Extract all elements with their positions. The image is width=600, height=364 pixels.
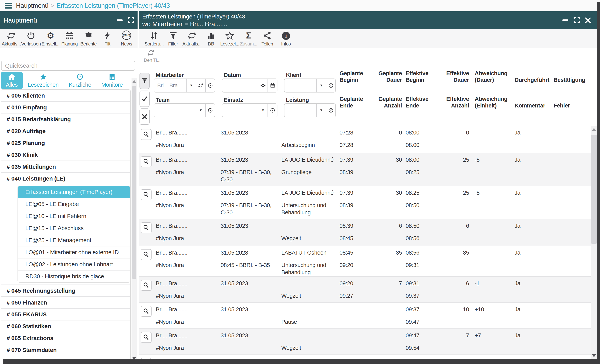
menu-item[interactable]: # 020 Aufträge: [1, 125, 130, 137]
scrollbar-thumb[interactable]: [591, 135, 597, 244]
minimize-icon[interactable]: [562, 17, 569, 24]
toolbar-button-sort[interactable]: Sortieru...: [145, 31, 164, 47]
dropdown-icon[interactable]: ▼: [258, 104, 268, 117]
menu-item[interactable]: # 040 Leistungen (LE): [1, 172, 130, 184]
scroll-up-icon[interactable]: [132, 80, 136, 83]
toolbar-button-reports[interactable]: Berichte: [79, 31, 98, 47]
filter-value-einsatz[interactable]: [222, 104, 258, 117]
toolbar-button-settings[interactable]: ⚙Einstell...: [41, 31, 60, 47]
toolbar-button-tilt[interactable]: Tilt: [98, 31, 117, 47]
submenu-item[interactable]: LO@01 - Mitarbeiter ohne externe ID: [18, 246, 130, 258]
filter-value-mitarbeiter[interactable]: Bri... Bra.......: [154, 79, 186, 92]
table-row[interactable]: Bri... Bra.......31.05.2023LABATUT Oshee…: [139, 246, 591, 277]
row-detail-button[interactable]: [141, 332, 151, 343]
table-row[interactable]: Bri... Bra.......31.05.202309:477+7Ja#Ny…: [139, 329, 591, 355]
row-detail-button[interactable]: [141, 129, 151, 140]
column-header-top-3[interactable]: Effektive Beginn: [406, 68, 445, 83]
dropdown-icon[interactable]: ▼: [196, 104, 205, 117]
target-icon[interactable]: [258, 79, 268, 92]
search-input[interactable]: [1, 61, 135, 71]
row-detail-button[interactable]: [141, 249, 151, 260]
toolbar-button-share[interactable]: Teilen: [258, 31, 277, 47]
tab-monitore[interactable]: Monitore: [96, 72, 128, 89]
calendarsm-icon[interactable]: [268, 79, 277, 92]
refresh-grid-row[interactable]: Den Ti...: [139, 49, 591, 65]
filter-button-filter-toggle[interactable]: [140, 73, 150, 89]
clear-icon[interactable]: [326, 79, 335, 92]
clear-icon[interactable]: [326, 104, 335, 117]
close-icon[interactable]: [584, 17, 591, 24]
column-header-top-6[interactable]: Durchgeführt: [515, 68, 553, 83]
filter-field-datum[interactable]: [222, 79, 277, 92]
menu-item[interactable]: # 070 Stammdaten: [1, 344, 130, 356]
clear-icon[interactable]: [205, 79, 215, 92]
toolbar-button-filter[interactable]: Filter: [164, 31, 182, 47]
table-row[interactable]: Bri... Bra.......31.05.202308:39608:506J…: [139, 219, 591, 246]
column-header-top-5[interactable]: Abweichung (Dauer): [475, 68, 513, 83]
table-row[interactable]: Bri... Bra.......31.05.2023LA JUGIE Dieu…: [139, 186, 591, 219]
menu-item[interactable]: # 015 Bedarfsabklärung: [1, 113, 130, 125]
toolbar-button-bookmark[interactable]: Lesezei...: [220, 31, 239, 47]
row-detail-button[interactable]: [141, 280, 151, 291]
filter-field-leistung[interactable]: ▼: [284, 103, 336, 117]
column-header-bottom-4[interactable]: Effektive Anzahl: [443, 94, 469, 109]
row-detail-button[interactable]: [141, 189, 151, 200]
filter-value-datum[interactable]: [222, 79, 258, 92]
toolbar-button-db[interactable]: DB: [202, 31, 220, 47]
submenu-item[interactable]: RD30 - Historique bris de glace: [18, 270, 130, 282]
submenu-item-selected[interactable]: Erfassten Leistungen (TimePlayer): [18, 186, 130, 198]
submenu-item[interactable]: LE@05 - LE Eingabe: [18, 198, 130, 210]
toolbar-button-refresh[interactable]: Aktualis...: [2, 31, 21, 47]
breadcrumb-root[interactable]: Hauptmenü: [16, 2, 48, 9]
table-row[interactable]: Bri... Bra.......31.05.202309:20709:316-…: [139, 277, 591, 303]
toolbar-button-news[interactable]: (MLS)News: [117, 31, 136, 47]
toolbar-button-logout[interactable]: Verlassen: [21, 31, 41, 47]
clear-icon[interactable]: [268, 104, 277, 117]
menu-item[interactable]: # 050 Finanzen: [1, 296, 130, 308]
tab-kuerzliche[interactable]: Kürzliche: [64, 72, 96, 89]
minimize-icon[interactable]: [116, 17, 123, 24]
table-scrollbar[interactable]: [591, 126, 597, 359]
toolbar-button-infos[interactable]: iInfos: [277, 31, 295, 47]
column-header-bottom-3[interactable]: Effektive Ende: [406, 94, 445, 109]
row-detail-button[interactable]: [141, 156, 151, 167]
maximize-icon[interactable]: [127, 17, 134, 24]
column-header-top-4[interactable]: Effektive Dauer: [443, 68, 469, 83]
hamburger-menu-icon[interactable]: [5, 3, 12, 9]
scroll-up-icon[interactable]: [592, 128, 596, 131]
tab-alles[interactable]: Alles: [1, 72, 23, 89]
menu-item[interactable]: # 005 Klienten: [1, 90, 130, 101]
menu-item[interactable]: # 060 Statistiken: [1, 320, 130, 332]
filter-field-mitarbeiter[interactable]: Bri... Bra.......▼: [154, 79, 215, 92]
row-detail-button[interactable]: [141, 306, 151, 317]
filter-field-klient[interactable]: ▼: [284, 79, 336, 92]
menu-item[interactable]: # 045 Rechnungsstellung: [1, 284, 130, 296]
filter-value-klient[interactable]: [284, 79, 316, 92]
row-detail-button[interactable]: [141, 222, 151, 233]
scrollbar-thumb[interactable]: [132, 86, 136, 279]
menu-scrollbar[interactable]: [131, 78, 137, 362]
dropdown-icon[interactable]: ▼: [316, 79, 326, 92]
table-row[interactable]: Bri... Bra.......31.05.2023LA JUGIE Dieu…: [139, 153, 591, 186]
filter-button-clear-filter[interactable]: [140, 109, 150, 125]
filter-button-apply-filter[interactable]: [140, 91, 150, 107]
submenu-item[interactable]: LE@10 - LE mit Fehlern: [18, 210, 130, 222]
column-header-top-2[interactable]: Geplante Dauer: [375, 68, 402, 83]
clear-icon[interactable]: [205, 104, 215, 117]
toolbar-button-summarize[interactable]: ΣZusam...: [239, 31, 258, 47]
filter-field-einsatz[interactable]: ▼: [222, 103, 277, 117]
menu-item[interactable]: # 055 EKARUS: [1, 308, 130, 320]
table-row[interactable]: Bri... Bra.......31.05.202307:28008:000J…: [139, 126, 591, 153]
filter-value-team[interactable]: [154, 104, 196, 117]
dropdown-icon[interactable]: ▼: [186, 79, 196, 92]
toolbar-button-refresh[interactable]: Aktualis...: [182, 31, 202, 47]
tab-lesezeichen[interactable]: Lesezeichen: [23, 72, 64, 89]
column-header-bottom-2[interactable]: Geplante Anzahl: [375, 94, 402, 109]
column-header-top-7[interactable]: Bestätigung: [553, 68, 592, 83]
menu-item[interactable]: # 030 Klinik: [1, 149, 130, 161]
table-row[interactable]: Bri... Bra.......31.05.202309:3710+10Ja#…: [139, 303, 591, 329]
filter-field-team[interactable]: ▼: [154, 103, 215, 117]
maximize-icon[interactable]: [573, 17, 580, 24]
dropdown-icon[interactable]: ▼: [316, 104, 326, 117]
menu-item[interactable]: # 065 Extractions: [1, 332, 130, 344]
